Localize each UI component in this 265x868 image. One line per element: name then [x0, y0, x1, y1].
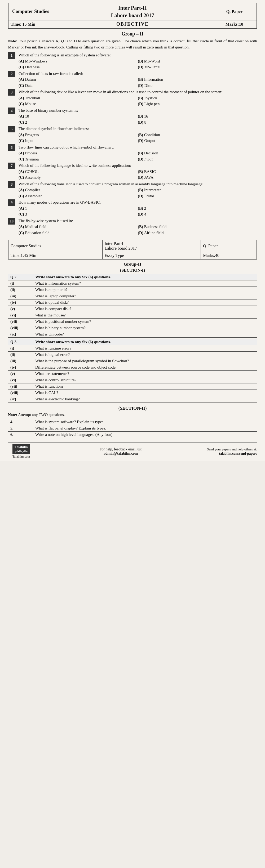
q6-number-box: 6 [8, 144, 16, 151]
q1-number: 1 [8, 52, 19, 59]
questions-section: 1 Which of the following is an example o… [8, 52, 257, 236]
section2-questions-table: 4. What is system software? Explain its … [8, 418, 257, 438]
essay-type-cell: Essay Type [102, 252, 201, 259]
q2-sq-iii-num: (iii) [8, 293, 33, 300]
q6-opt-a: (A) Process [19, 150, 138, 156]
footer-send-label: Send your papers and help others at: [207, 447, 257, 452]
q10-opt-a: (A) Medical field [19, 224, 138, 230]
q1-opt-a: (A) MS-Windows [19, 58, 138, 64]
q3-sq-viii: (viii) What is CAL? [8, 390, 257, 396]
subject-cell: Computer Studies [8, 3, 53, 21]
q5-opt-b: (B) Condition [138, 132, 257, 138]
q2-label: Q.2. [8, 274, 33, 280]
q3-opt-b: (B) Joystick [138, 95, 257, 101]
q1-text: Which of the following is an example of … [19, 52, 257, 70]
essay-type-label: Essay Type [105, 253, 124, 258]
q5-number: 5 [8, 126, 19, 132]
q3-sq-viii-num: (viii) [8, 390, 33, 396]
q8-opt-c: (C) Assembler [19, 193, 138, 199]
q4-opt-d: (D) 8 [138, 119, 257, 125]
s2-q6-num: 6. [8, 432, 33, 438]
q3-sq-v-text: What are statements? [33, 371, 257, 377]
q7-opt-b: (B) BASIC [138, 169, 257, 175]
q10-number-box: 10 [8, 218, 16, 224]
footer-logo-text: Talabilm طلب العلم [12, 444, 30, 454]
essay-header-table: Computer Studies Inter Part-II Lahore bo… [8, 240, 257, 259]
q3-label: Q.3. [8, 339, 33, 345]
q3-sq-ix: (ix) What is electronic banking? [8, 396, 257, 402]
q8-options: (A) Compiler (B) Interpreter [19, 187, 257, 193]
q3-sq-vii-text: What is function? [33, 383, 257, 390]
q9-number: 9 [8, 199, 19, 206]
footer-email-section: For help, feedback email us: admin@talab… [100, 447, 142, 456]
time-label: Time: 15 Min [10, 22, 35, 27]
q3-number-box: 3 [8, 89, 16, 96]
q2-opt-a: (A) Datum [19, 76, 138, 83]
q3-sq-i: (i) What is runtime error? [8, 345, 257, 352]
q5-text: The diamond symbol in flowchart indicate… [19, 126, 257, 144]
q2-options: (A) Datum (B) Information [19, 76, 257, 83]
q2-number-box: 2 [8, 71, 16, 77]
section2-heading: (SECTION-II) [8, 406, 257, 411]
q2-sq-ii: (ii) What is output unit? [8, 287, 257, 293]
q10-options-2: (C) Education field (D) Airline field [19, 230, 257, 236]
q8-text: Which of the following translator is use… [19, 181, 257, 199]
q3-sq-ix-text: What is electronic banking? [33, 396, 257, 402]
question-2: 2 Collection of facts in raw form is cal… [8, 71, 257, 89]
q3-sq-v-num: (v) [8, 371, 33, 377]
q7-opt-c: (C) Assembly [19, 175, 138, 181]
question-3: 3 Which of the following device like a l… [8, 89, 257, 107]
section2-note-text: Attempt any TWO questions. [18, 412, 65, 417]
q7-number-box: 7 [8, 163, 16, 169]
q3-sq-v: (v) What are statements? [8, 371, 257, 377]
q3-opt-d: (D) Light pen [138, 101, 257, 107]
objective-header-table: Computer Studies Inter Part-II Lahore bo… [8, 3, 257, 29]
footer-logo-arabic: طلب العلم [15, 450, 28, 453]
question-10: 10 The fly-by-wire system is used in: (A… [8, 218, 257, 236]
q2-sq-ix-num: (ix) [8, 331, 33, 338]
q10-options: (A) Medical field (B) Business field [19, 224, 257, 230]
q2-sq-iii: (iii) What is laptop computer? [8, 293, 257, 300]
q2-sq-i: (i) What is information system? [8, 280, 257, 287]
essay-marks-cell: Marks:40 [201, 252, 257, 259]
q4-opt-a: (A) 10 [19, 113, 138, 119]
q8-opt-d: (D) Editor [138, 193, 257, 199]
q2-sq-ix-text: What is Unicode? [33, 331, 257, 338]
note-text: Four possible answers A,B,C and D to eac… [8, 39, 257, 49]
section2-q6: 6. Write a note on high level languages.… [8, 432, 257, 438]
essay-time-label: Time:1:45 Min [10, 253, 36, 258]
q10-opt-b: (B) Business field [138, 224, 257, 230]
q8-opt-b: (B) Interpreter [138, 187, 257, 193]
q5-opt-a: (A) Progress [19, 132, 138, 138]
q9-opt-b: (B) 2 [138, 206, 257, 212]
qpaper-cell: Q. Paper [212, 3, 257, 21]
title-line1: Inter Part-II [55, 4, 210, 12]
essay-qpaper-label: Q. Paper [203, 244, 218, 248]
q5-number-box: 5 [8, 126, 16, 132]
q2-options-2: (C) Data (D) Ditto [19, 83, 257, 89]
q3-sq-vi-text: What is control structure? [33, 377, 257, 383]
section2-q4: 4. What is system software? Explain its … [8, 419, 257, 425]
q5-opt-c: (C) Input [19, 138, 138, 144]
q2-sq-i-num: (i) [8, 280, 33, 287]
q2-opt-b: (B) Information [138, 76, 257, 83]
q2-sq-viii-num: (viii) [8, 325, 33, 331]
q2-sq-vii: (vii) What is positional number system? [8, 318, 257, 325]
q2-sq-iv: (iv) What is optical disk? [8, 300, 257, 306]
question-7: 7 Which of the following language is ide… [8, 163, 257, 181]
q3-options-2: (C) Mouse (D) Light pen [19, 101, 257, 107]
section2-q5: 5. What is flat panel display? Explain i… [8, 425, 257, 432]
note-label: Note: [8, 39, 17, 43]
s2-q5-num: 5. [8, 425, 33, 432]
q3-sq-ix-num: (ix) [8, 396, 33, 402]
q7-options-2: (C) Assembly (D) JAVA [19, 175, 257, 181]
q3-sq-ii-text: What is logical error? [33, 352, 257, 358]
q7-text: Which of the following language is ideal… [19, 163, 257, 181]
q2-table: Q.2. Write short answers to any Six (6) … [8, 274, 257, 338]
q8-opt-a: (A) Compiler [19, 187, 138, 193]
q1-opt-c: (C) Database [19, 64, 138, 70]
q9-options: (A) 1 (B) 2 [19, 206, 257, 212]
essay-section-heading: (SECTION-I) [8, 268, 257, 273]
q3-instruction: Write short answers to any Six (6) quest… [33, 339, 257, 345]
essay-time-cell: Time:1:45 Min [8, 252, 102, 259]
